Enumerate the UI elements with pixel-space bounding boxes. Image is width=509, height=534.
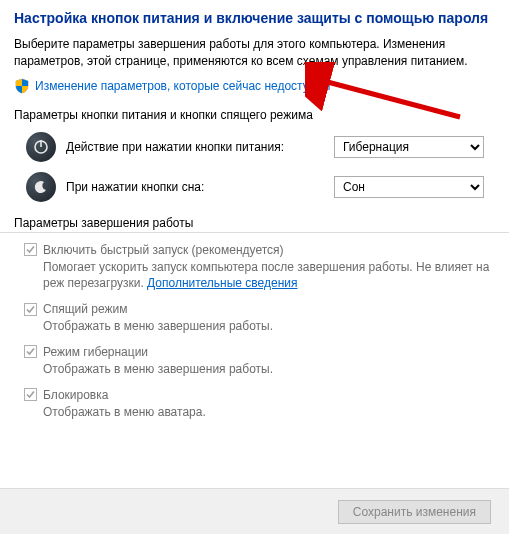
shield-icon [14,78,30,94]
option-desc: Отображать в меню завершения работы. [43,318,495,335]
power-button-label: Действие при нажатии кнопки питания: [66,140,334,154]
more-info-link[interactable]: Дополнительные сведения [147,276,297,290]
option-title: Режим гибернации [43,345,148,359]
power-buttons-section-label: Параметры кнопки питания и кнопки спящег… [14,108,495,122]
page-subtitle: Выберите параметры завершения работы для… [14,36,495,70]
uac-link-row[interactable]: Изменение параметров, которые сейчас нед… [14,78,495,94]
option-lock: Блокировка Отображать в меню аватара. [14,388,495,421]
page-title: Настройка кнопок питания и включение защ… [14,10,495,26]
sleep-button-select[interactable]: Сон [334,176,484,198]
option-title: Включить быстрый запуск (рекомендуется) [43,243,284,257]
option-hibernate: Режим гибернации Отображать в меню завер… [14,345,495,378]
uac-link[interactable]: Изменение параметров, которые сейчас нед… [35,79,331,93]
option-sleep: Спящий режим Отображать в меню завершени… [14,302,495,335]
sleep-icon [26,172,56,202]
checkbox-lock [24,388,37,401]
footer-bar: Сохранить изменения [0,488,509,534]
checkbox-sleep [24,303,37,316]
option-desc: Помогает ускорить запуск компьютера посл… [43,259,495,293]
checkbox-fast-startup [24,243,37,256]
option-title: Спящий режим [43,302,127,316]
power-button-select[interactable]: Гибернация [334,136,484,158]
option-desc: Отображать в меню аватара. [43,404,495,421]
sleep-button-label: При нажатии кнопки сна: [66,180,334,194]
shutdown-section-label: Параметры завершения работы [0,216,509,233]
option-title: Блокировка [43,388,108,402]
save-button[interactable]: Сохранить изменения [338,500,491,524]
power-icon [26,132,56,162]
option-desc: Отображать в меню завершения работы. [43,361,495,378]
option-fast-startup: Включить быстрый запуск (рекомендуется) … [14,243,495,293]
checkbox-hibernate [24,345,37,358]
